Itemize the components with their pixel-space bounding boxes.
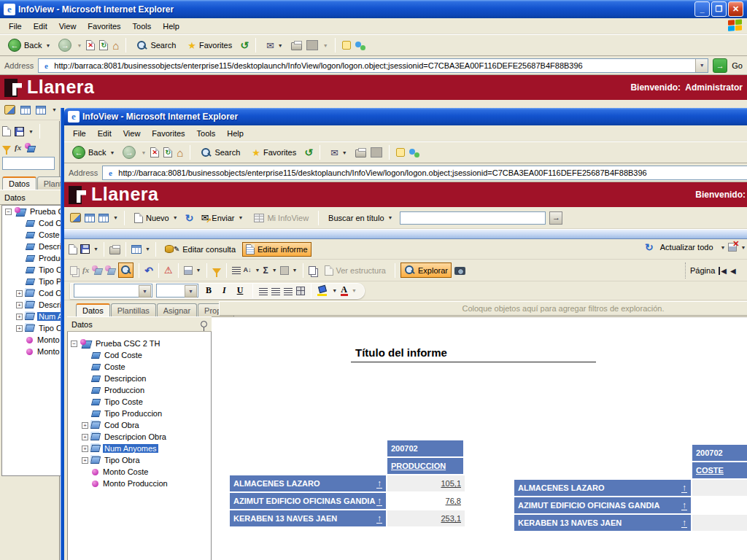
menu-view[interactable]: View [117, 127, 147, 140]
chart-button[interactable] [184, 266, 193, 275]
menu-tools[interactable]: Tools [191, 127, 222, 140]
tree-item-selected[interactable]: +Num Anyomes [68, 443, 211, 454]
refresh-button[interactable]: ↻ [163, 147, 172, 158]
tab-plantillas[interactable]: Plantillas [111, 303, 156, 316]
row-header[interactable]: AZIMUT EDIFICIO OFICINAS GANDIA↑ [514, 497, 692, 515]
tree-root[interactable]: − Prueba CSC 2 TH [68, 338, 211, 349]
search-go-button[interactable]: → [549, 211, 562, 225]
sum-dropdown-icon[interactable]: ▼ [272, 268, 277, 273]
expand-icon[interactable]: + [82, 446, 88, 452]
view-dropdown-icon[interactable]: ▼ [52, 107, 57, 112]
row-header[interactable]: ALMACENES LAZARO↑ [514, 480, 692, 497]
address-dropdown-icon[interactable]: ▼ [695, 59, 708, 72]
messenger-button[interactable] [355, 41, 365, 50]
tab-datos[interactable]: Datos [76, 303, 110, 316]
save-dropdown-icon[interactable]: ▼ [28, 129, 34, 134]
underline-button[interactable]: U [233, 284, 247, 297]
home-button[interactable]: ⌂ [112, 40, 119, 51]
save-icon[interactable] [80, 244, 90, 254]
object-icon[interactable] [105, 265, 115, 275]
row-header[interactable]: KERABEN 13 NAVES JAEN↑ [230, 510, 387, 528]
explorar-button[interactable]: Explorar [400, 262, 452, 278]
row-header[interactable]: AZIMUT EDIFICIO OFICINAS GANDIA↑ [230, 493, 387, 510]
row-header[interactable]: KERABEN 13 NAVES JAEN↑ [514, 515, 692, 532]
fill-color-button[interactable] [317, 285, 328, 296]
purge-data-button[interactable]: ✕ [728, 243, 737, 252]
search-title-input[interactable] [400, 211, 546, 225]
forward-button[interactable]: → [58, 39, 71, 52]
save-icon[interactable] [15, 127, 24, 136]
history-button[interactable]: ↺ [240, 40, 249, 50]
font-color-dropdown-icon[interactable]: ▼ [352, 288, 357, 293]
back-button[interactable]: ← Back ▼ [4, 36, 54, 54]
buscar-selector[interactable]: Buscar en título ▼ [325, 211, 396, 225]
tree-item[interactable]: Produccion [68, 384, 211, 396]
column-header-measure[interactable]: COSTE [692, 462, 747, 480]
drill-up-icon[interactable]: ↑ [376, 514, 382, 524]
sort-button[interactable]: A↓ [244, 267, 252, 273]
value-cell[interactable] [692, 497, 747, 515]
new-document-icon[interactable] [69, 244, 77, 254]
menu-file[interactable]: File [3, 20, 28, 33]
favorites-button[interactable]: ★ Favorites [248, 146, 300, 160]
column-header-period[interactable]: 200702 [692, 445, 747, 462]
history-button[interactable]: ↺ [304, 147, 313, 158]
search-button[interactable]: Search [197, 145, 244, 160]
drill-up-icon[interactable]: ↑ [681, 501, 687, 510]
pin-icon[interactable] [201, 321, 207, 327]
grid-view-icon[interactable] [36, 106, 46, 114]
nuevo-dropdown-icon[interactable]: ▼ [173, 215, 178, 220]
expand-icon[interactable]: + [82, 422, 88, 429]
expand-icon[interactable]: + [82, 434, 88, 440]
tree-item[interactable]: +Tipo Obra [68, 454, 211, 466]
format-dropdown-icon[interactable]: ▼ [293, 268, 298, 273]
ranking-button[interactable] [232, 267, 241, 275]
tree-item[interactable]: Cod Coste [68, 349, 211, 361]
view-dropdown-icon[interactable]: ▼ [113, 215, 118, 220]
expand-icon[interactable]: + [16, 290, 23, 297]
address-input[interactable]: e http://barraca:8081/businessobjects/en… [102, 166, 747, 180]
align-left-button[interactable] [259, 288, 268, 295]
formula-icon[interactable]: fx [15, 144, 21, 152]
object-icon[interactable] [25, 143, 35, 152]
stop-button[interactable]: ✕ [86, 40, 95, 50]
navigate-icon[interactable] [70, 213, 81, 222]
drill-up-icon[interactable]: ↑ [681, 483, 687, 493]
discuss-button[interactable] [396, 148, 405, 157]
menu-edit[interactable]: Edit [92, 127, 117, 140]
address-input[interactable]: e http://barraca:8081/businessobjects/en… [38, 58, 708, 73]
italic-button[interactable]: I [219, 284, 230, 297]
print-button[interactable] [355, 149, 366, 158]
tree-item[interactable]: Coste [68, 361, 211, 373]
filter-icon[interactable] [2, 146, 11, 152]
font-color-button[interactable]: A [341, 285, 347, 296]
buscar-dropdown-icon[interactable]: ▼ [388, 215, 393, 220]
nuevo-button[interactable]: Nuevo ▼ [131, 211, 182, 225]
expand-icon[interactable]: + [16, 325, 23, 332]
expand-icon[interactable]: + [16, 302, 23, 308]
collapse-icon[interactable]: − [5, 209, 12, 215]
value-cell[interactable]: 105,1 [387, 475, 465, 493]
list-view-icon[interactable] [85, 214, 95, 222]
snapshot-button[interactable] [454, 267, 465, 275]
duplicate-icon[interactable] [70, 266, 77, 275]
mail-button[interactable]: ✉ ▼ [263, 39, 287, 52]
outer-titlebar[interactable]: e InfoView - Microsoft Internet Explorer… [0, 0, 747, 18]
value-cell[interactable]: 253,1 [387, 510, 465, 528]
value-cell[interactable] [692, 515, 747, 532]
menu-file[interactable]: File [67, 127, 92, 140]
outer-filter-input[interactable] [2, 157, 55, 170]
ver-estructura-button[interactable]: Ver estructura [321, 263, 390, 278]
back-dropdown-icon[interactable]: ▼ [45, 43, 50, 48]
print-button[interactable] [291, 42, 302, 50]
enviar-button[interactable]: ✉ Enviar ▼ [197, 211, 247, 225]
grid-view-icon[interactable] [98, 214, 109, 222]
zoom-tool-button[interactable] [118, 262, 133, 278]
maximize-button[interactable]: ❐ [711, 1, 727, 17]
align-right-button[interactable] [284, 288, 293, 295]
collapse-icon[interactable]: − [71, 341, 77, 347]
formula-icon[interactable]: fx [82, 266, 89, 274]
tab-asignar[interactable]: Asignar [157, 303, 197, 316]
navigate-icon[interactable] [4, 105, 15, 114]
refresh-button[interactable]: ↻ [99, 40, 108, 50]
